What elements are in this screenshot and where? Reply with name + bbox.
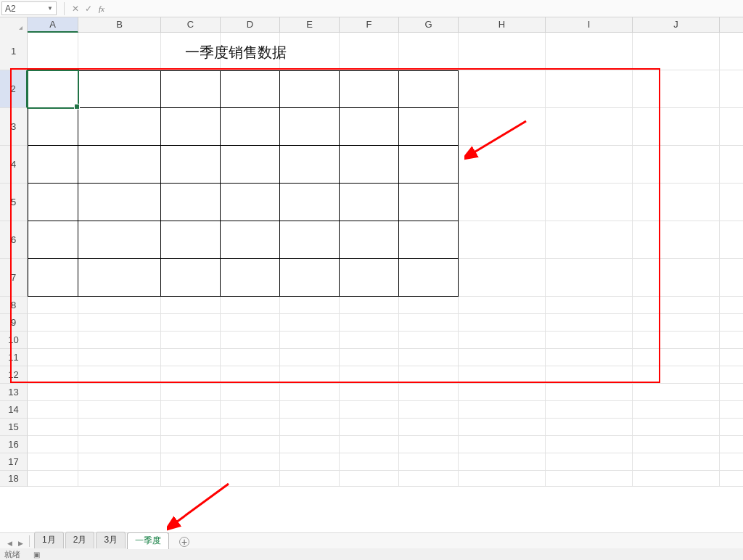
- cell-A15[interactable]: [28, 419, 78, 436]
- cell-J9[interactable]: [633, 314, 720, 332]
- cell-A3[interactable]: [28, 108, 78, 146]
- cell-C8[interactable]: [161, 297, 221, 314]
- cell-K10[interactable]: [720, 332, 743, 349]
- cell-H12[interactable]: [459, 366, 546, 384]
- cell-D4[interactable]: [221, 146, 280, 184]
- cell-A2[interactable]: [28, 70, 78, 108]
- sheet-tab-一季度[interactable]: 一季度: [127, 532, 169, 549]
- cell-E13[interactable]: [280, 384, 340, 401]
- cell-F15[interactable]: [340, 419, 399, 436]
- cell-J10[interactable]: [633, 332, 720, 349]
- cell-E18[interactable]: [280, 471, 340, 487]
- cell-D2[interactable]: [221, 70, 280, 108]
- cell-J11[interactable]: [633, 349, 720, 366]
- cell-B15[interactable]: [78, 419, 161, 436]
- cell-D8[interactable]: [221, 297, 280, 314]
- row-header-1[interactable]: 1: [0, 33, 28, 70]
- new-sheet-button[interactable]: +: [176, 535, 192, 548]
- cell-D7[interactable]: [221, 259, 280, 297]
- cell-I9[interactable]: [546, 314, 633, 332]
- cell-E5[interactable]: [280, 184, 340, 221]
- formula-input[interactable]: [112, 2, 743, 15]
- cell-E9[interactable]: [280, 314, 340, 332]
- column-header-A[interactable]: A: [28, 17, 78, 33]
- cell-I14[interactable]: [546, 401, 633, 419]
- cell-F2[interactable]: [340, 70, 399, 108]
- cell-E16[interactable]: [280, 436, 340, 453]
- cell-K2[interactable]: [720, 70, 743, 108]
- cell-A6[interactable]: [28, 221, 78, 259]
- cell-H18[interactable]: [459, 471, 546, 487]
- cell-E4[interactable]: [280, 146, 340, 184]
- cell-C15[interactable]: [161, 419, 221, 436]
- cell-I2[interactable]: [546, 70, 633, 108]
- cell-I12[interactable]: [546, 366, 633, 384]
- cell-B8[interactable]: [78, 297, 161, 314]
- cell-E2[interactable]: [280, 70, 340, 108]
- cell-I4[interactable]: [546, 146, 633, 184]
- spreadsheet-grid[interactable]: ABCDEFGHIJK 123456789101112131415161718 …: [0, 17, 743, 532]
- cell-I5[interactable]: [546, 184, 633, 221]
- cell-C12[interactable]: [161, 366, 221, 384]
- cell-A17[interactable]: [28, 453, 78, 471]
- cell-H10[interactable]: [459, 332, 546, 349]
- cell-G2[interactable]: [399, 70, 459, 108]
- cell-C7[interactable]: [161, 259, 221, 297]
- cell-C16[interactable]: [161, 436, 221, 453]
- row-header-8[interactable]: 8: [0, 297, 28, 314]
- column-header-B[interactable]: B: [78, 17, 161, 33]
- cell-A9[interactable]: [28, 314, 78, 332]
- cell-J3[interactable]: [633, 108, 720, 146]
- cell-G14[interactable]: [399, 401, 459, 419]
- cell-K9[interactable]: [720, 314, 743, 332]
- cell-K4[interactable]: [720, 146, 743, 184]
- cell-I16[interactable]: [546, 436, 633, 453]
- cell-D13[interactable]: [221, 384, 280, 401]
- cell-D6[interactable]: [221, 221, 280, 259]
- cell-K11[interactable]: [720, 349, 743, 366]
- cell-J7[interactable]: [633, 259, 720, 297]
- row-header-18[interactable]: 18: [0, 471, 28, 487]
- cell-F10[interactable]: [340, 332, 399, 349]
- cell-J2[interactable]: [633, 70, 720, 108]
- cell-J13[interactable]: [633, 384, 720, 401]
- row-header-13[interactable]: 13: [0, 384, 28, 401]
- cell-I13[interactable]: [546, 384, 633, 401]
- cell-H6[interactable]: [459, 221, 546, 259]
- cell-C3[interactable]: [161, 108, 221, 146]
- cell-B11[interactable]: [78, 349, 161, 366]
- enter-icon[interactable]: ✓: [82, 2, 95, 15]
- cell-C13[interactable]: [161, 384, 221, 401]
- cell-J17[interactable]: [633, 453, 720, 471]
- cell-E15[interactable]: [280, 419, 340, 436]
- cell-C6[interactable]: [161, 221, 221, 259]
- cell-H1[interactable]: [459, 33, 546, 70]
- cell-G15[interactable]: [399, 419, 459, 436]
- cell-A10[interactable]: [28, 332, 78, 349]
- cell-G8[interactable]: [399, 297, 459, 314]
- cell-C4[interactable]: [161, 146, 221, 184]
- cell-J18[interactable]: [633, 471, 720, 487]
- cell-G13[interactable]: [399, 384, 459, 401]
- cell-F12[interactable]: [340, 366, 399, 384]
- sheet-tab-1月[interactable]: 1月: [34, 532, 64, 548]
- cell-G4[interactable]: [399, 146, 459, 184]
- cell-I15[interactable]: [546, 419, 633, 436]
- cell-A11[interactable]: [28, 349, 78, 366]
- column-header-F[interactable]: F: [340, 17, 399, 33]
- cell-B16[interactable]: [78, 436, 161, 453]
- cell-F6[interactable]: [340, 221, 399, 259]
- cell-C1[interactable]: [161, 33, 221, 70]
- cell-A4[interactable]: [28, 146, 78, 184]
- cell-A1[interactable]: [28, 33, 78, 70]
- cell-J6[interactable]: [633, 221, 720, 259]
- cell-G9[interactable]: [399, 314, 459, 332]
- cell-J16[interactable]: [633, 436, 720, 453]
- row-header-15[interactable]: 15: [0, 419, 28, 436]
- cell-J1[interactable]: [633, 33, 720, 70]
- column-header-H[interactable]: H: [459, 17, 546, 33]
- cell-H17[interactable]: [459, 453, 546, 471]
- cell-F3[interactable]: [340, 108, 399, 146]
- cell-I7[interactable]: [546, 259, 633, 297]
- cell-B4[interactable]: [78, 146, 161, 184]
